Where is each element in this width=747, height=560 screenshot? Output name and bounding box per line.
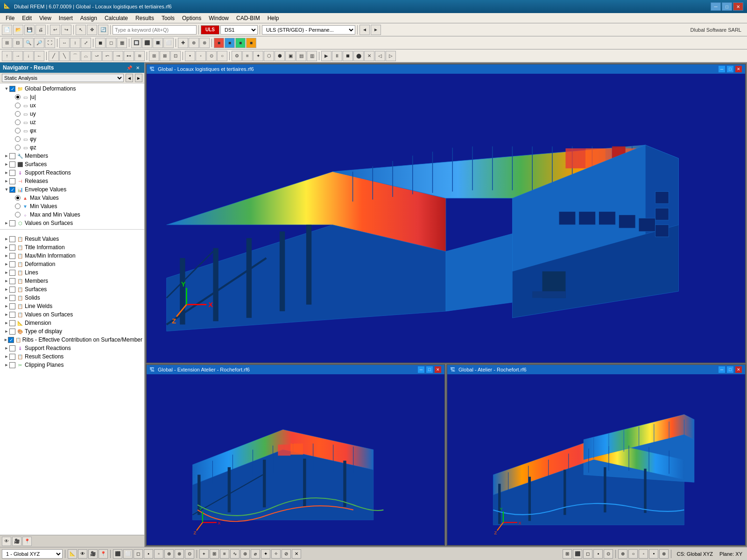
tb2-btn5[interactable]: ⛶	[45, 38, 55, 48]
tb2-color2[interactable]: ■	[225, 38, 235, 48]
tree-toggle-val-surfaces[interactable]: ►	[4, 220, 9, 226]
tree-result-values[interactable]: ► 📋 Result Values	[0, 235, 144, 243]
vp-right-btn7[interactable]: ○	[628, 549, 638, 559]
vp-right-btn1[interactable]: ⊞	[563, 549, 572, 559]
tb3-line8[interactable]: ⊷	[124, 51, 134, 61]
tb3-line2[interactable]: ╲	[59, 51, 70, 61]
vp-right-btn10[interactable]: ⊗	[659, 549, 669, 559]
cb-support[interactable]	[9, 170, 15, 176]
tb2-render3[interactable]: ▦	[117, 38, 127, 48]
nav-tb-btn1[interactable]: 👁	[2, 537, 11, 546]
tb2-snap2[interactable]: ⊕	[189, 38, 199, 48]
tree-members[interactable]: ► 🔧 Members	[0, 152, 144, 160]
tree-clipping-planes[interactable]: ► ✂ Clipping Planes	[0, 361, 144, 369]
tb-extra9[interactable]: ⊘	[282, 549, 291, 559]
redo-button[interactable]: ↪	[61, 25, 71, 35]
print-button[interactable]: 🖨	[35, 25, 46, 35]
tree-max-min-values[interactable]: ⬦ Max and Min Values	[0, 210, 144, 219]
tree-type-display[interactable]: ► 🎨 Type of display	[0, 327, 144, 336]
tree-toggle-line-welds[interactable]: ►	[4, 303, 9, 309]
tree-toggle-ribs[interactable]: ►	[3, 337, 8, 343]
tb3-extra8[interactable]: ▥	[307, 51, 317, 61]
tb-draw4[interactable]: ▪	[144, 549, 153, 559]
menu-edit[interactable]: Edit	[18, 14, 35, 22]
vp-br-minimize[interactable]: ─	[718, 366, 726, 373]
tb3-extra7[interactable]: ▤	[296, 51, 306, 61]
tb3-extra1[interactable]: ⚙	[232, 51, 242, 61]
tree-max-values[interactable]: ▲ Max Values	[0, 194, 144, 202]
radio-min-values[interactable]	[15, 203, 21, 209]
tree-values-on-surfaces[interactable]: ► ⬡ Values on Surfaces	[0, 219, 144, 227]
menu-cadbim[interactable]: CAD-BIM	[233, 14, 264, 22]
tree-toggle-max-min-info[interactable]: ►	[4, 253, 9, 259]
tb3-extra2[interactable]: ≡	[242, 51, 253, 61]
tree-toggle-releases[interactable]: ►	[4, 178, 9, 184]
tb3-line4[interactable]: ⌓	[81, 51, 91, 61]
vp-right-btn4[interactable]: ▪	[593, 549, 603, 559]
radio-phiz[interactable]	[15, 145, 21, 150]
coord-system-combo[interactable]: 1 - Global XYZ	[2, 549, 63, 559]
tb3-btn3[interactable]: ↓	[23, 51, 34, 61]
open-button[interactable]: 📂	[13, 25, 23, 35]
tree-item-phiy[interactable]: ▭ φy	[0, 135, 144, 143]
tree-toggle-members[interactable]: ►	[4, 153, 9, 159]
cb-line-welds[interactable]	[9, 303, 15, 309]
viewport-top-canvas[interactable]: X Y Z	[147, 74, 745, 363]
radio-phix[interactable]	[15, 128, 21, 133]
tb3-line9[interactable]: ≋	[134, 51, 145, 61]
menu-tools[interactable]: Tools	[158, 14, 178, 22]
status-btn3[interactable]: 🎥	[88, 549, 98, 559]
tree-max-min-info[interactable]: ► 📋 Max/Min Information	[0, 252, 144, 260]
tree-support-reactions[interactable]: ► ⇓ Support Reactions	[0, 168, 144, 177]
tb3-extra5[interactable]: ⬢	[275, 51, 285, 61]
tb3-line6[interactable]: ⤺	[102, 51, 113, 61]
tb3-extra4[interactable]: ⬡	[264, 51, 274, 61]
vp-right-btn6[interactable]: ⊕	[618, 549, 627, 559]
tree-releases[interactable]: ► ⊣ Releases	[0, 177, 144, 185]
status-btn1[interactable]: 📐	[68, 549, 77, 559]
tree-item-uy[interactable]: ▭ uy	[0, 110, 144, 118]
tree-envelope-values[interactable]: ▼ ✓ 📊 Envelope Values	[0, 185, 144, 194]
tb3-node3[interactable]: ⊙	[206, 51, 217, 61]
tb3-btn1[interactable]: ↑	[2, 51, 12, 61]
menu-results[interactable]: Results	[132, 14, 158, 22]
cb-dimension[interactable]	[9, 320, 15, 326]
search-input[interactable]	[113, 25, 197, 35]
menu-help[interactable]: Help	[264, 14, 283, 22]
tree-min-values[interactable]: ▼ Min Values	[0, 202, 144, 210]
uls-combo[interactable]: ULS	[201, 25, 219, 35]
radio-max-values[interactable]	[15, 195, 21, 201]
select-button[interactable]: ↖	[76, 25, 86, 35]
tree-lines[interactable]: ► 📋 Lines	[0, 268, 144, 277]
tb2-btn2[interactable]: ⊟	[13, 38, 23, 48]
tb3-extra6[interactable]: ▣	[285, 51, 296, 61]
vp-bl-close[interactable]: ✕	[434, 366, 442, 373]
tb-extra2[interactable]: ⊞	[210, 549, 219, 559]
nav-tb-btn3[interactable]: 📍	[22, 537, 32, 546]
move-button[interactable]: ✥	[87, 25, 97, 35]
tb-extra4[interactable]: ∿	[230, 549, 240, 559]
tree-support-reactions2[interactable]: ► ⇓ Support Reactions	[0, 344, 144, 352]
tb-extra7[interactable]: ✦	[261, 549, 270, 559]
close-button[interactable]: ✕	[733, 2, 743, 11]
tb3-misc3[interactable]: ⊡	[170, 51, 181, 61]
tree-members2[interactable]: ► 📋 Members	[0, 277, 144, 285]
tree-item-u-abs[interactable]: ▭ |u|	[0, 93, 144, 101]
tb2-snap1[interactable]: ✚	[178, 38, 188, 48]
menu-window[interactable]: Window	[205, 14, 233, 22]
tb3-disp6[interactable]: ◁	[375, 51, 385, 61]
tb2-render2[interactable]: ◻	[106, 38, 116, 48]
tree-toggle-support[interactable]: ►	[4, 170, 9, 175]
radio-uz[interactable]	[15, 119, 21, 125]
vp-top-close[interactable]: ✕	[735, 65, 742, 73]
tb-extra10[interactable]: ✕	[292, 549, 301, 559]
status-btn4[interactable]: 📍	[99, 549, 108, 559]
tree-item-phiz[interactable]: ▭ φz	[0, 143, 144, 152]
tree-item-uz[interactable]: ▭ uz	[0, 118, 144, 126]
tb3-disp7[interactable]: ▷	[386, 51, 396, 61]
tree-line-welds[interactable]: ► 📋 Line Welds	[0, 302, 144, 310]
cb-releases[interactable]	[9, 178, 15, 184]
tree-toggle-result-values[interactable]: ►	[4, 236, 9, 242]
tree-toggle-type-display[interactable]: ►	[4, 329, 9, 334]
tree-global-deformations[interactable]: ▼ ✓ 📁 Global Deformations	[0, 84, 144, 93]
